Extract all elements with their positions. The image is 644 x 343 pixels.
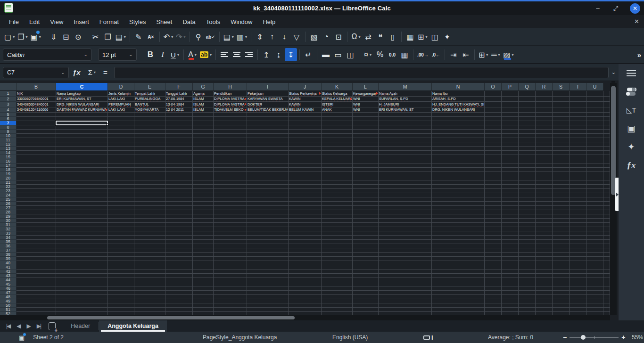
cell-G43[interactable]	[193, 274, 214, 278]
cell-J22[interactable]	[289, 185, 322, 189]
menu-tools[interactable]: Tools	[201, 16, 225, 27]
cell-M43[interactable]	[379, 274, 432, 278]
cell-N11[interactable]	[432, 138, 485, 142]
cell-B34[interactable]	[17, 236, 56, 240]
cell-N43[interactable]	[432, 274, 485, 278]
cell-J26[interactable]	[289, 202, 322, 206]
cell-I40[interactable]	[247, 261, 289, 265]
cell-C19[interactable]	[56, 172, 108, 176]
cell-I35[interactable]	[247, 240, 289, 244]
cell-P36[interactable]	[502, 244, 519, 248]
cell-G8[interactable]	[193, 125, 214, 130]
cell-selection[interactable]	[56, 121, 108, 125]
cell-M27[interactable]	[379, 206, 432, 210]
cell-R32[interactable]	[536, 227, 553, 231]
cell-D36[interactable]	[108, 244, 134, 248]
cell-S47[interactable]	[553, 291, 570, 295]
cell-O32[interactable]	[485, 227, 502, 231]
cell-N15[interactable]	[432, 155, 485, 159]
cell-E16[interactable]	[134, 159, 165, 163]
cell-J51[interactable]	[289, 308, 322, 312]
percent-format-icon[interactable]: %	[374, 48, 386, 61]
cell-T48[interactable]	[570, 295, 586, 299]
cell-S31[interactable]	[553, 223, 570, 227]
functions-deck-icon[interactable]: ƒx	[619, 156, 644, 174]
cell-Q50[interactable]	[519, 303, 536, 308]
zoom-out-button[interactable]: −	[560, 334, 570, 341]
cell-H1[interactable]: Pendidikan	[214, 91, 247, 97]
cell-E38[interactable]	[134, 253, 165, 257]
cell-L24[interactable]	[353, 193, 379, 197]
cell-S12[interactable]	[553, 142, 570, 147]
cell-R3[interactable]	[536, 102, 553, 107]
cell-M32[interactable]	[379, 227, 432, 231]
cell-Q26[interactable]	[519, 202, 536, 206]
cell-T45[interactable]	[570, 282, 586, 286]
font-color-icon[interactable]: A▾	[186, 48, 198, 61]
cell-C40[interactable]	[56, 261, 108, 265]
cell-R1[interactable]	[536, 91, 553, 97]
cell-D17[interactable]	[108, 163, 134, 168]
cell-T43[interactable]	[570, 274, 586, 278]
cell-U51[interactable]	[586, 308, 603, 312]
cell-U2[interactable]	[586, 97, 603, 102]
cell-H14[interactable]	[214, 151, 247, 155]
cell-L29[interactable]	[353, 214, 379, 219]
cell-T22[interactable]	[570, 185, 586, 189]
row-header-2[interactable]: 2	[0, 97, 17, 102]
cell-D18[interactable]	[108, 168, 134, 172]
cell-J41[interactable]	[289, 265, 322, 270]
cell-S8[interactable]	[553, 125, 570, 130]
cell-U41[interactable]	[586, 265, 603, 270]
cell-H4[interactable]: TIDAK/BLM SEKO	[214, 107, 247, 113]
cell-D44[interactable]	[108, 278, 134, 282]
merge-and-center-icon[interactable]: ▬	[320, 48, 332, 61]
cell-G6[interactable]	[193, 117, 214, 121]
align-left-icon[interactable]	[218, 48, 231, 61]
column-header-R[interactable]: R	[536, 83, 553, 91]
cell-P51[interactable]	[502, 308, 519, 312]
cell-C13[interactable]	[56, 147, 108, 151]
cell-T51[interactable]	[570, 308, 586, 312]
cell-S32[interactable]	[553, 227, 570, 231]
cell-G20[interactable]	[193, 176, 214, 180]
cell-J27[interactable]	[289, 206, 322, 210]
currency-format-icon[interactable]: ¤▾	[362, 48, 374, 61]
cell-L48[interactable]	[353, 295, 379, 299]
open-icon[interactable]: ❐▾	[16, 30, 29, 43]
cell-P26[interactable]	[502, 202, 519, 206]
cell-H12[interactable]	[214, 142, 247, 147]
page-style-label[interactable]: PageStyle_Anggota Keluarga	[203, 334, 277, 341]
cell-N20[interactable]	[432, 176, 485, 180]
cell-E6[interactable]	[134, 117, 165, 121]
cell-M33[interactable]	[379, 231, 432, 236]
function-wizard-icon[interactable]: ƒx	[69, 68, 84, 76]
cell-C21[interactable]	[56, 180, 108, 185]
cell-T14[interactable]	[570, 151, 586, 155]
cell-Q15[interactable]	[519, 155, 536, 159]
chevron-down-icon[interactable]: ▾	[171, 35, 173, 39]
menu-styles[interactable]: Styles	[124, 16, 151, 27]
cell-C14[interactable]	[56, 151, 108, 155]
cell-T41[interactable]	[570, 265, 586, 270]
cell-H29[interactable]	[214, 214, 247, 219]
cell-I7[interactable]	[247, 121, 289, 125]
cell-U4[interactable]	[586, 107, 603, 113]
cell-D25[interactable]	[108, 197, 134, 202]
cell-N46[interactable]	[432, 286, 485, 291]
cell-P8[interactable]	[502, 125, 519, 130]
spelling-icon[interactable]: ab✓	[205, 30, 217, 43]
cell-F26[interactable]	[165, 202, 193, 206]
cell-C15[interactable]	[56, 155, 108, 159]
cell-Q36[interactable]	[519, 244, 536, 248]
cell-U32[interactable]	[586, 227, 603, 231]
cell-T12[interactable]	[570, 142, 586, 147]
cell-R38[interactable]	[536, 253, 553, 257]
cell-B38[interactable]	[17, 253, 56, 257]
cell-F13[interactable]	[165, 147, 193, 151]
hyperlink-icon[interactable]: ⇄	[362, 30, 374, 43]
cell-J16[interactable]	[289, 159, 322, 163]
cell-E27[interactable]	[134, 206, 165, 210]
cell-J48[interactable]	[289, 295, 322, 299]
cell-E45[interactable]	[134, 282, 165, 286]
